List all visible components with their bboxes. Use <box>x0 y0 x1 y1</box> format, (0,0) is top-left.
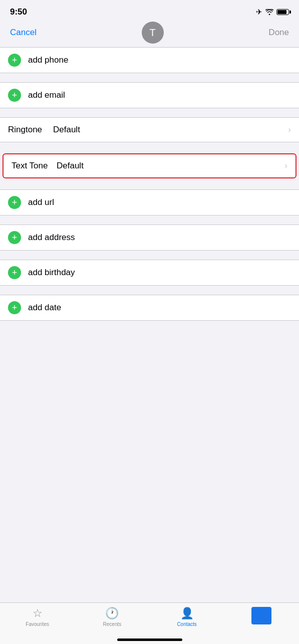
add-birthday-label: add birthday <box>28 268 75 278</box>
add-birthday-group: + add birthday <box>0 260 299 286</box>
plus-icon: + <box>12 56 18 65</box>
add-phone-label: add phone <box>28 55 68 65</box>
wifi-icon <box>265 9 273 15</box>
tab-bar: ☆ Favourites 🕐 Recents 👤 Contacts <box>0 602 299 644</box>
add-birthday-row[interactable]: + add birthday <box>0 260 299 285</box>
ringtone-label: Ringtone <box>8 125 53 135</box>
add-date-label: add date <box>28 303 61 313</box>
plus-icon-date: + <box>12 303 18 312</box>
add-email-plus: + <box>8 89 21 102</box>
add-date-row[interactable]: + add date <box>0 295 299 320</box>
add-phone-plus: + <box>8 54 21 67</box>
add-address-label: add address <box>28 233 75 243</box>
plus-icon-birthday: + <box>12 268 18 277</box>
text-tone-row[interactable]: Text Tone Default › <box>3 153 296 178</box>
separator-6 <box>0 251 299 260</box>
fourth-tab-icon <box>251 607 271 624</box>
tab-fourth[interactable] <box>224 607 299 624</box>
tab-contacts-label: Contacts <box>177 621 196 627</box>
separator-7 <box>0 286 299 295</box>
separator-3 <box>0 142 299 151</box>
plus-icon-url: + <box>12 198 18 207</box>
nav-bar: Cancel T Done <box>0 22 299 47</box>
separator-1 <box>0 73 299 82</box>
add-url-group: + add url <box>0 189 299 216</box>
status-time: 9:50 <box>10 7 27 17</box>
person-icon: 👤 <box>180 607 194 620</box>
cancel-button[interactable]: Cancel <box>10 28 37 38</box>
ringtone-value: Default <box>53 125 288 135</box>
add-email-group: + add email <box>0 82 299 108</box>
add-phone-group: + add phone <box>0 47 299 73</box>
add-url-row[interactable]: + add url <box>0 190 299 215</box>
battery-icon <box>276 9 289 15</box>
status-icons: ✈ <box>256 8 289 17</box>
text-tone-chevron-icon: › <box>284 161 287 171</box>
add-email-row[interactable]: + add email <box>0 83 299 108</box>
ringtone-chevron-icon: › <box>288 125 291 135</box>
add-address-row[interactable]: + add address <box>0 225 299 250</box>
tab-favourites-label: Favourites <box>26 621 49 627</box>
text-tone-highlight-container: Text Tone Default › <box>0 151 299 180</box>
tab-contacts[interactable]: 👤 Contacts <box>150 607 224 627</box>
add-address-plus: + <box>8 231 21 244</box>
status-bar: 9:50 ✈ <box>0 0 299 22</box>
add-date-group: + add date <box>0 295 299 321</box>
text-tone-label: Text Tone <box>12 161 57 171</box>
star-icon: ☆ <box>33 607 43 620</box>
add-date-plus: + <box>8 301 21 314</box>
add-phone-row[interactable]: + add phone <box>0 48 299 73</box>
separator-4 <box>0 180 299 189</box>
ringtone-row[interactable]: Ringtone Default › <box>0 117 299 142</box>
separator-5 <box>0 216 299 225</box>
separator-2 <box>0 108 299 117</box>
content-area: + add phone + add email Ringtone Default… <box>0 47 299 321</box>
avatar: T <box>142 22 164 44</box>
tab-favourites[interactable]: ☆ Favourites <box>0 607 75 627</box>
text-tone-value: Default <box>57 161 284 171</box>
plus-icon-address: + <box>12 233 18 242</box>
home-indicator <box>117 638 182 641</box>
add-birthday-plus: + <box>8 266 21 279</box>
tab-recents[interactable]: 🕐 Recents <box>75 607 149 627</box>
plus-icon-email: + <box>12 91 18 100</box>
done-button[interactable]: Done <box>268 28 289 38</box>
airplane-icon: ✈ <box>256 8 262 17</box>
add-url-plus: + <box>8 196 21 209</box>
add-url-label: add url <box>28 197 54 207</box>
tab-recents-label: Recents <box>103 621 122 627</box>
add-address-group: + add address <box>0 225 299 251</box>
clock-icon: 🕐 <box>105 607 119 620</box>
add-email-label: add email <box>28 90 65 100</box>
